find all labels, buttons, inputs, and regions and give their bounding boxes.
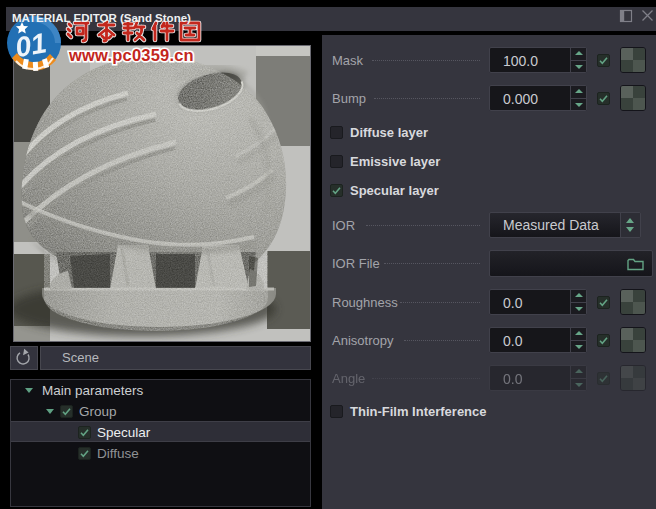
svg-text:www.pc0359.cn: www.pc0359.cn xyxy=(68,46,194,64)
svg-text:01: 01 xyxy=(13,27,49,63)
